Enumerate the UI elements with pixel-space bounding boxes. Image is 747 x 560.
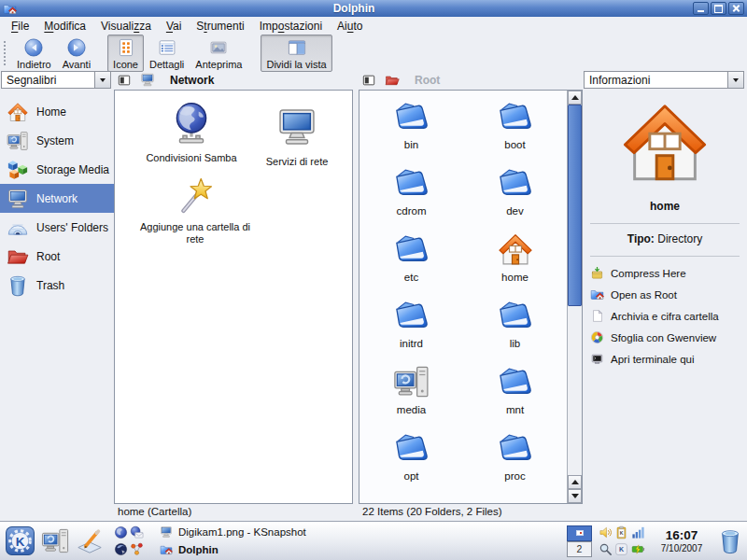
dolphin-icon (160, 543, 173, 556)
toolbar-indietro-button[interactable]: Indietro (11, 35, 57, 72)
chevron-down-icon[interactable] (94, 72, 110, 88)
sidebar-item-label: Storage Media (36, 163, 109, 176)
storage-icon (7, 159, 29, 181)
action-compress-here[interactable]: Compress Here (590, 266, 741, 280)
volume-icon (599, 525, 613, 539)
scroll-up-button[interactable] (568, 475, 582, 489)
scroll-down-button[interactable] (568, 489, 582, 503)
folder-initrd[interactable]: initrd (359, 295, 463, 361)
minimize-button[interactable] (693, 2, 709, 15)
sidebar-item-storage-media[interactable]: Storage Media (0, 155, 114, 184)
action-archivia[interactable]: Archivia e cifra cartella (590, 309, 741, 323)
panel-toggle-icon[interactable] (118, 74, 131, 87)
folder-cdrom[interactable]: cdrom (359, 162, 463, 229)
action-terminale[interactable]: Apri terminale qui (590, 352, 741, 366)
folder-proc[interactable]: proc (463, 427, 567, 494)
details-view-icon (157, 37, 177, 58)
scrollbar-track[interactable] (568, 105, 582, 475)
web-globe-button[interactable] (113, 525, 129, 541)
folder-etc[interactable]: etc (359, 229, 463, 295)
task-ksnapshot[interactable]: Digikam1.png - KSnapshot (158, 525, 466, 540)
tray-battery-button[interactable] (631, 542, 645, 556)
toolbar-dettagli-button[interactable]: Dettagli (144, 35, 190, 72)
web-mail-button[interactable] (129, 525, 145, 541)
task-dolphin[interactable]: Dolphin (158, 542, 466, 558)
folder-home[interactable]: home (463, 229, 567, 295)
root-panel-status: 22 Items (20 Folders, 2 Files) (362, 506, 502, 517)
sidebar-item-root[interactable]: Root (0, 242, 114, 271)
clock-applet[interactable]: 16:07 7/10/2007 (653, 528, 711, 553)
tray-k-button[interactable] (614, 542, 628, 556)
network-item-samba[interactable]: Condivisioni Samba (143, 102, 240, 164)
clock-date: 7/10/2007 (653, 543, 711, 554)
tray-search-button[interactable] (599, 542, 613, 556)
pager-desktop-1[interactable] (567, 525, 592, 541)
info-combo[interactable]: Informazioni (584, 71, 744, 89)
folder-media[interactable]: media (359, 361, 463, 427)
folder-lib[interactable]: lib (463, 295, 567, 361)
action-sfoglia[interactable]: Sfoglia con Gwenview (590, 330, 741, 344)
scrollbar[interactable] (567, 91, 582, 503)
folder-mnt[interactable]: mnt (463, 361, 567, 427)
maximize-button[interactable] (711, 2, 726, 15)
chevron-down-icon[interactable] (727, 72, 743, 88)
titlebar[interactable]: Dolphin (0, 0, 747, 17)
forward-icon (66, 37, 87, 58)
tray-volume-button[interactable] (599, 525, 613, 539)
trash-applet-button[interactable] (718, 528, 742, 554)
dolphin-window: Dolphin FileModificaVisualizzaVaiStrumen… (0, 0, 747, 560)
panel-toggle-icon[interactable] (362, 74, 375, 87)
sidebar-item-network[interactable]: Network (0, 184, 114, 213)
sidebar-item-users-folders[interactable]: Users' Folders (0, 213, 114, 242)
action-open-as-root[interactable]: Open as Root (590, 287, 741, 301)
folder-label: cdrom (397, 205, 427, 217)
trash-icon (7, 274, 29, 297)
gwenview-icon (590, 330, 604, 344)
system-launcher-button[interactable] (41, 526, 70, 555)
menu-aiuto[interactable]: Aiuto (330, 18, 370, 35)
toolbar-icone-button[interactable]: Icone (107, 35, 144, 72)
menu-modifica[interactable]: Modifica (36, 18, 93, 35)
close-button[interactable] (728, 2, 744, 15)
bookmarks-combo[interactable]: Segnalibri (1, 71, 111, 89)
kmenu-button[interactable] (5, 525, 35, 556)
archive-icon (590, 309, 604, 323)
sidebar-item-system[interactable]: System (0, 126, 114, 155)
menu-file[interactable]: File (4, 18, 36, 35)
network-item-label: Servizi di rete (266, 156, 329, 168)
folder-label: etc (404, 272, 418, 283)
folder-bin[interactable]: bin (359, 96, 463, 162)
menu-visualizza[interactable]: Visualizza (93, 18, 159, 35)
menu-vai[interactable]: Vai (159, 18, 189, 35)
folder-boot[interactable]: boot (463, 96, 567, 162)
folder-opt[interactable]: opt (359, 427, 463, 494)
network-item-aggiungi[interactable]: Aggiunge una cartella di rete (139, 176, 251, 245)
toolbar-anteprima-button[interactable]: Anteprima (190, 35, 247, 72)
scroll-up-button[interactable] (568, 91, 582, 105)
search-icon (599, 542, 613, 556)
tray-signal-button[interactable] (631, 525, 645, 539)
toolbar-avanti-button[interactable]: Avanti (57, 35, 96, 72)
root-panel-header[interactable]: Root (359, 74, 583, 87)
network-nodes-button[interactable] (129, 541, 145, 558)
menu-strumenti[interactable]: Strumenti (189, 18, 251, 35)
terminal-icon (590, 352, 604, 366)
toolbar-dividi-button[interactable]: Dividi la vista (261, 35, 331, 72)
sidebar-item-home[interactable]: Home (0, 97, 114, 126)
sidebar-item-trash[interactable]: Trash (0, 271, 114, 300)
scrollbar-thumb[interactable] (568, 105, 582, 306)
desktop-pager[interactable]: 2 (567, 525, 592, 557)
folder-dev[interactable]: dev (463, 162, 567, 229)
toolbar-dividi-label: Dividi la vista (266, 59, 326, 70)
toolbar-handle[interactable] (3, 40, 7, 66)
network-panel-header[interactable]: Network (114, 73, 353, 87)
notes-launcher-button[interactable] (76, 527, 104, 555)
menu-impostazioni[interactable]: Impostazioni (252, 18, 330, 35)
web-browser-button[interactable] (113, 541, 129, 558)
network-item-servizi[interactable]: Servizi di rete (246, 105, 348, 168)
house-icon (497, 231, 534, 268)
pager-desktop-2[interactable]: 2 (567, 541, 592, 557)
tray-klipper-button[interactable] (614, 525, 628, 539)
window-menu-icon[interactable] (3, 2, 17, 16)
info-type-row: Tipo: Directory (588, 232, 741, 245)
